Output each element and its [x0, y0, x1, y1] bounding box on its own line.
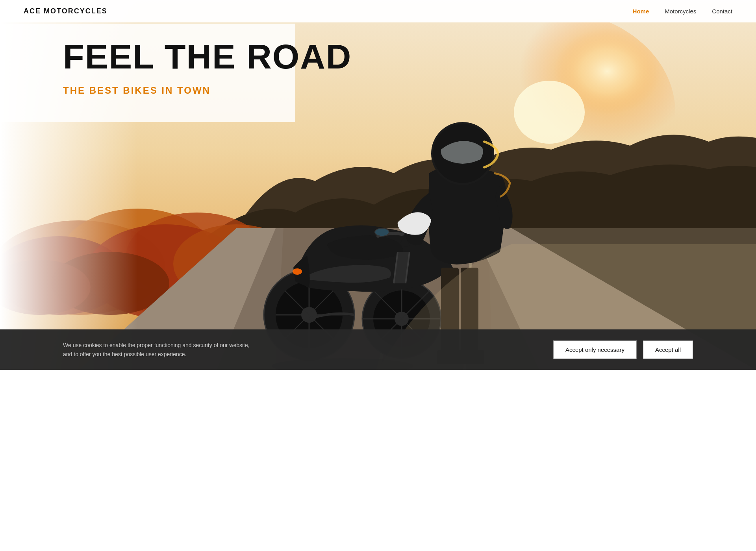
- hero-content: FEEL THE ROAD THE BEST BIKES IN TOWN: [63, 39, 352, 96]
- accept-all-button[interactable]: Accept all: [643, 340, 693, 359]
- svg-point-27: [293, 268, 302, 275]
- hero-title: FEEL THE ROAD: [63, 39, 352, 74]
- svg-point-30: [375, 228, 389, 236]
- accept-necessary-button[interactable]: Accept only necessary: [553, 340, 637, 359]
- nav-motorcycles[interactable]: Motorcycles: [665, 8, 696, 15]
- cookie-buttons: Accept only necessary Accept all: [553, 340, 693, 359]
- svg-point-2: [514, 81, 585, 144]
- navbar: ACE MOTORCYCLES Home Motorcycles Contact: [0, 0, 756, 22]
- nav-contact[interactable]: Contact: [712, 8, 732, 15]
- nav-links: Home Motorcycles Contact: [633, 8, 732, 15]
- brand-logo[interactable]: ACE MOTORCYCLES: [24, 7, 107, 15]
- hero-section: ACE MOTORCYCLES Home Motorcycles Contact…: [0, 0, 756, 370]
- cookie-text: We use cookies to enable the proper func…: [63, 341, 260, 359]
- cookie-banner: We use cookies to enable the proper func…: [0, 329, 756, 370]
- hero-subtitle: THE BEST BIKES IN TOWN: [63, 85, 352, 96]
- nav-home[interactable]: Home: [633, 8, 649, 15]
